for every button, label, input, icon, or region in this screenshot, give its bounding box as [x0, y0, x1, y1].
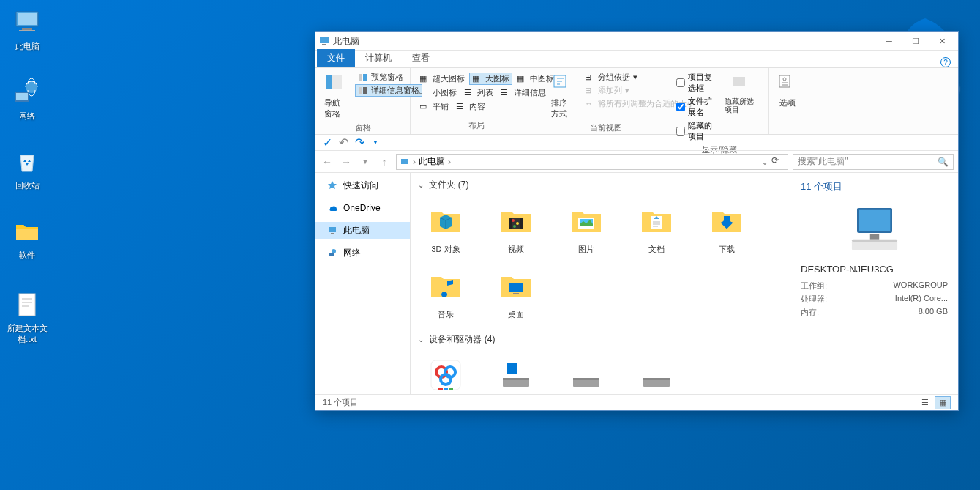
- svg-rect-13: [320, 37, 329, 43]
- item-label: 图片: [578, 244, 594, 255]
- drive-item[interactable]: Win7 (E:): [632, 354, 681, 394]
- tab-view[interactable]: 查看: [402, 49, 440, 67]
- svg-rect-26: [779, 75, 790, 87]
- history-dropdown[interactable]: ▼: [358, 155, 373, 169]
- dropdown-icon[interactable]: ▼: [370, 137, 381, 149]
- undo-icon[interactable]: ↶: [337, 137, 349, 149]
- search-placeholder: 搜索"此电脑": [798, 155, 848, 168]
- svg-rect-31: [329, 227, 336, 232]
- svg-rect-48: [509, 283, 523, 292]
- details-row: 处理器:Intel(R) Core...: [801, 294, 948, 305]
- nav-network[interactable]: 网络: [315, 245, 410, 261]
- up-button[interactable]: ↑: [377, 155, 392, 169]
- breadcrumb[interactable]: › 此电脑 › ⌄ ⟳: [396, 154, 788, 170]
- folder-item[interactable]: 视频: [491, 200, 541, 255]
- folder-item[interactable]: 下载: [702, 200, 752, 255]
- desktop-icon-label: 回收站: [0, 180, 54, 191]
- desktop-icon-software-folder[interactable]: 软件: [0, 216, 54, 261]
- svg-rect-15: [326, 75, 332, 89]
- item-label: 下载: [719, 244, 735, 255]
- svg-rect-2: [22, 28, 32, 30]
- sort-icon: [551, 73, 575, 96]
- search-input[interactable]: 搜索"此电脑" 🔍: [793, 154, 954, 170]
- folder-item[interactable]: 3D 对象: [421, 200, 471, 255]
- breadcrumb-item[interactable]: 此电脑: [419, 155, 445, 168]
- svg-rect-14: [322, 44, 326, 45]
- item-checkboxes-toggle[interactable]: 项目复选框: [676, 71, 717, 94]
- folder-item[interactable]: 文档: [632, 200, 681, 255]
- svg-rect-7: [19, 294, 35, 316]
- options-icon: [776, 73, 799, 96]
- details-icon: [358, 86, 368, 96]
- maximize-button[interactable]: ☐: [902, 33, 929, 49]
- hide-selected-button[interactable]: 隐藏所选项目: [722, 71, 763, 143]
- folder-item[interactable]: 图片: [561, 200, 611, 255]
- sort-by-button[interactable]: 排序方式: [548, 71, 577, 121]
- hide-icon: [730, 73, 754, 96]
- svg-rect-55: [444, 388, 448, 390]
- desktop-icon-this-pc[interactable]: 此电脑: [0, 7, 54, 52]
- drive-icon: [566, 354, 607, 394]
- desktop-icon-network[interactable]: 网络: [0, 77, 54, 122]
- section-header-devices[interactable]: ⌄ 设备和驱动器 (4): [418, 330, 782, 349]
- tab-file[interactable]: 文件: [317, 49, 355, 67]
- view-list[interactable]: ☰列表: [461, 86, 496, 99]
- close-button[interactable]: ✕: [929, 33, 955, 49]
- details-header: 11 个项目: [801, 180, 948, 193]
- nav-quick-access[interactable]: 快速访问: [315, 177, 410, 194]
- nav-this-pc[interactable]: 此电脑: [315, 222, 410, 239]
- window-title: 此电脑: [333, 35, 876, 48]
- item-label: 3D 对象: [431, 244, 460, 255]
- svg-rect-67: [573, 378, 599, 380]
- drive-item[interactable]: Win10 (C:): [491, 354, 541, 394]
- nav-pane-icon: [324, 73, 348, 96]
- folder-icon: [495, 200, 536, 241]
- svg-rect-54: [438, 388, 443, 390]
- drive-item[interactable]: 百度网盘: [421, 354, 471, 394]
- view-extra-large-icons[interactable]: ▦超大图标: [416, 73, 468, 85]
- desktop-icon-recycle-bin[interactable]: 回收站: [0, 146, 54, 191]
- chevron-down-icon: ⌄: [418, 335, 424, 344]
- address-bar: ← → ▼ ↑ › 此电脑 › ⌄ ⟳ 搜索"此电脑" 🔍: [315, 151, 958, 173]
- ribbon-group-label: 布局: [416, 119, 536, 131]
- computer-icon: [845, 204, 904, 255]
- back-button[interactable]: ←: [320, 155, 334, 169]
- properties-icon[interactable]: ✓: [321, 137, 333, 149]
- svg-rect-58: [503, 378, 529, 380]
- drive-item[interactable]: 软件 (D:): [561, 354, 611, 394]
- svg-point-38: [512, 219, 515, 222]
- folder-icon: [12, 216, 42, 247]
- icons-view-button[interactable]: ▦: [935, 396, 951, 409]
- desktop-icon-text-file[interactable]: 所建文本文档.txt: [0, 289, 54, 345]
- desktop-icon-label: 此电脑: [0, 41, 54, 52]
- recycle-bin-icon: [12, 146, 42, 177]
- folder-item[interactable]: 桌面: [491, 265, 541, 320]
- refresh-button[interactable]: ⟳: [771, 155, 785, 168]
- redo-icon[interactable]: ↷: [354, 137, 365, 149]
- view-content[interactable]: ☰内容: [453, 100, 488, 113]
- options-button[interactable]: 选项: [775, 71, 800, 110]
- preview-icon: [358, 73, 368, 83]
- navigation-pane: 快速访问 OneDrive 此电脑 网络: [315, 173, 411, 394]
- folder-item[interactable]: 音乐: [421, 265, 471, 320]
- forward-button[interactable]: →: [339, 155, 354, 169]
- svg-rect-1: [18, 13, 37, 25]
- view-large-icons[interactable]: ▦大图标: [469, 73, 512, 85]
- svg-rect-17: [359, 74, 362, 81]
- details-pane: 11 个项目 DESKTOP-NJEU3CG 工作组:WORKGROUP处理器:…: [790, 173, 958, 394]
- view-tiles[interactable]: ▭平铺: [416, 100, 452, 113]
- dropdown-icon[interactable]: ⌄: [761, 157, 768, 167]
- svg-rect-71: [859, 210, 890, 231]
- minimize-button[interactable]: ─: [876, 33, 902, 49]
- svg-rect-63: [512, 368, 517, 374]
- section-header-folders[interactable]: ⌄ 文件夹 (7): [418, 176, 782, 194]
- svg-rect-16: [332, 75, 342, 89]
- view-small-icons[interactable]: ▫小图标: [416, 86, 460, 99]
- details-view-button[interactable]: ☰: [917, 396, 933, 409]
- view-details[interactable]: ☰详细信息: [498, 86, 549, 99]
- help-icon[interactable]: ?: [940, 57, 951, 67]
- nav-pane-button[interactable]: 导航窗格: [321, 71, 351, 121]
- nav-onedrive[interactable]: OneDrive: [315, 200, 410, 216]
- tab-computer[interactable]: 计算机: [355, 49, 402, 67]
- file-extensions-toggle[interactable]: 文件扩展名: [676, 95, 717, 119]
